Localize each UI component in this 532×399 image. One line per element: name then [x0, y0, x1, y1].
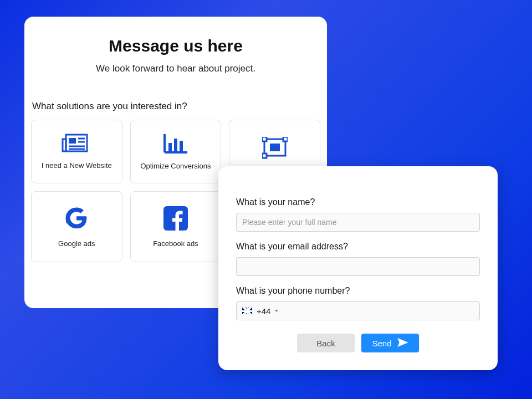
svg-rect-16	[270, 144, 280, 151]
svg-rect-9	[168, 143, 172, 151]
newspaper-icon	[62, 134, 91, 154]
tile-label: Optimize Conversions	[140, 162, 211, 170]
chevron-down-icon	[275, 310, 278, 312]
bar-chart-icon	[163, 133, 188, 154]
email-input[interactable]	[236, 257, 480, 276]
tile-new-website[interactable]: I need a New Website	[31, 120, 122, 183]
tile-google-ads[interactable]: Google ads	[31, 191, 122, 262]
button-row: Back Send	[236, 334, 480, 352]
svg-rect-15	[262, 154, 267, 158]
send-icon	[397, 338, 408, 349]
google-icon	[64, 206, 89, 231]
svg-rect-14	[283, 137, 288, 141]
tile-label: Google ads	[58, 239, 95, 248]
svg-rect-10	[174, 139, 177, 151]
svg-rect-2	[69, 138, 76, 144]
frame-icon	[262, 137, 288, 159]
tile-facebook-ads[interactable]: Facebook ads	[130, 191, 222, 262]
tile-label: I need a New Website	[42, 161, 112, 170]
svg-rect-1	[63, 139, 66, 151]
svg-rect-11	[180, 141, 183, 151]
phone-input[interactable]: +44	[236, 301, 480, 320]
contact-form-card: What is your name? What is your email ad…	[218, 166, 498, 370]
solutions-question: What solutions are you interested in?	[32, 101, 320, 112]
phone-label: What is your phone number?	[236, 286, 480, 296]
send-button-label: Send	[372, 339, 391, 348]
name-label: What is your name?	[236, 197, 480, 207]
uk-flag-icon	[242, 308, 252, 314]
card-title: Message us here	[31, 37, 320, 55]
tile-optimize-conversions[interactable]: Optimize Conversions	[130, 120, 222, 183]
name-input[interactable]	[236, 213, 480, 232]
facebook-icon	[163, 206, 188, 231]
svg-rect-13	[262, 137, 267, 141]
send-button[interactable]: Send	[361, 334, 419, 352]
email-label: What is your email address?	[236, 242, 480, 252]
card-subtitle: We look forward to hear about project.	[31, 63, 320, 74]
dial-code: +44	[257, 306, 270, 316]
tile-label: Facebook ads	[153, 239, 198, 248]
back-button[interactable]: Back	[297, 334, 355, 352]
